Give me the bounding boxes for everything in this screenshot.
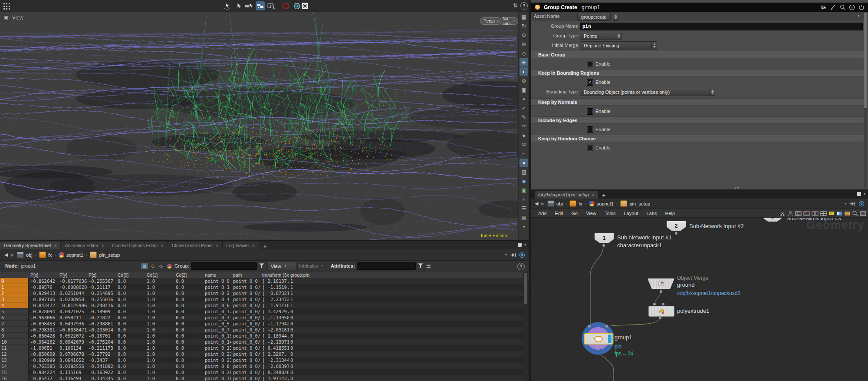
row-number[interactable]: 3 bbox=[0, 296, 29, 302]
close-tab-icon[interactable]: × bbox=[592, 192, 595, 197]
wireframe-icon[interactable]: + bbox=[519, 195, 528, 203]
breadcrumb-fx[interactable]: fx bbox=[39, 252, 52, 258]
handles-icon[interactable]: ◇ bbox=[519, 49, 528, 57]
close-tab-icon[interactable]: × bbox=[216, 243, 218, 248]
follow-target-icon[interactable] bbox=[858, 201, 865, 207]
scrollbar-thumb[interactable] bbox=[864, 13, 867, 108]
apps-grid-icon[interactable] bbox=[3, 3, 5, 4]
menu-item[interactable]: View bbox=[586, 211, 596, 216]
asset-name-dropdown[interactable]: groupcreate bbox=[577, 13, 611, 21]
group-people-icon[interactable] bbox=[787, 211, 793, 216]
points-mode-icon[interactable]: ▦ bbox=[141, 263, 148, 269]
normals-enable-checkbox[interactable] bbox=[587, 108, 593, 115]
column-header[interactable]: P[y] bbox=[58, 272, 87, 278]
breadcrumb-sopnet1[interactable]: sopnet1 bbox=[59, 252, 83, 258]
record-flipbook-icon[interactable] bbox=[281, 1, 290, 10]
point-numbers-icon[interactable]: 12 bbox=[519, 122, 528, 130]
bounding-enable-checkbox[interactable]: ✓ bbox=[587, 79, 593, 86]
menu-item[interactable]: Labs bbox=[647, 211, 657, 216]
pane-menu-icon[interactable]: ▾ bbox=[864, 192, 865, 196]
error-grid-icon[interactable] bbox=[803, 211, 810, 216]
pane-maximize-icon[interactable] bbox=[518, 243, 522, 247]
close-tab-icon[interactable]: × bbox=[54, 243, 57, 248]
group-name-input[interactable]: pin bbox=[580, 23, 863, 30]
table-row[interactable]: 11 -1.00651 0.106134 -0.211173 0.0 1.0 0… bbox=[0, 345, 529, 351]
node-output-dot[interactable] bbox=[660, 290, 662, 293]
persp-view-button[interactable]: Persp▾ bbox=[480, 17, 502, 25]
row-number[interactable]: 0 bbox=[0, 278, 29, 284]
ramp-profile-icon[interactable]: ~ bbox=[519, 149, 528, 158]
network-graph[interactable]: Geometry 3 Sub-Network Input #3 2 Sub-Ne… bbox=[531, 218, 868, 381]
edges-enable-checkbox[interactable] bbox=[587, 126, 593, 133]
table-row[interactable]: 2 -0.929413 0.0251044 -0.214695 0.0 1.0 … bbox=[0, 290, 529, 296]
shaded-mode-icon[interactable]: ● bbox=[519, 159, 528, 167]
palette-icon[interactable] bbox=[836, 211, 842, 216]
info-icon[interactable] bbox=[847, 4, 857, 11]
scrollbar-thumb[interactable] bbox=[524, 273, 527, 304]
attributes-input[interactable] bbox=[357, 262, 416, 270]
row-number[interactable]: 10 bbox=[0, 339, 29, 345]
section-keep-by-random[interactable]: Keep by Random Chance bbox=[531, 135, 864, 142]
row-number[interactable]: 15 bbox=[0, 369, 29, 375]
column-header[interactable]: P[z] bbox=[87, 272, 116, 278]
node-group1[interactable] bbox=[584, 333, 613, 345]
material-icon[interactable]: ◆ bbox=[519, 177, 528, 185]
close-tab-icon[interactable]: × bbox=[161, 243, 164, 248]
display-options-icon[interactable]: ☰ bbox=[519, 204, 528, 212]
row-number[interactable]: 8 bbox=[0, 327, 29, 333]
detail-mode-icon[interactable] bbox=[166, 263, 173, 269]
vertices-mode-icon[interactable]: ⊙ bbox=[149, 263, 156, 269]
list-view-icon[interactable] bbox=[795, 211, 802, 216]
node-name-field[interactable]: group1 bbox=[582, 4, 819, 10]
view-dropdown[interactable]: View▾ bbox=[267, 262, 297, 270]
table-row[interactable]: 1 -0.89576 -0.00800208 -0.21117 0.0 1.0 … bbox=[0, 284, 529, 290]
prim-numbers-icon[interactable]: 12 bbox=[519, 140, 528, 149]
row-number[interactable]: 7 bbox=[0, 321, 29, 327]
tab-clone-control-panel[interactable]: Clone Control Panel × bbox=[168, 242, 223, 249]
lightbulb-icon[interactable]: ☀ bbox=[519, 58, 528, 66]
path-dropdown-icon[interactable]: ▾ bbox=[845, 202, 846, 205]
tab-geometry-spreadsheet[interactable]: Geometry Spreadsheet × bbox=[0, 242, 61, 249]
network-search-icon[interactable] bbox=[852, 210, 858, 216]
menu-item[interactable]: Tools bbox=[605, 211, 616, 216]
breadcrumb-pin-setup[interactable]: pin_setup bbox=[90, 252, 120, 258]
table-row[interactable]: 4 -0.843472 -0.0125996 -0.248416 0.0 1.0… bbox=[0, 302, 529, 308]
view-snapshot-icon[interactable] bbox=[256, 1, 265, 10]
node-input-dot[interactable] bbox=[662, 303, 664, 305]
breadcrumb-obj[interactable]: obj bbox=[17, 252, 33, 258]
node-badge-icon[interactable] bbox=[535, 4, 540, 10]
network-overview-icon[interactable] bbox=[860, 211, 866, 216]
help-icon[interactable]: ? bbox=[520, 2, 528, 10]
row-number[interactable]: 13 bbox=[0, 357, 29, 363]
row-number[interactable]: 5 bbox=[0, 308, 29, 315]
column-header[interactable]: name bbox=[203, 272, 231, 278]
image-plane-icon[interactable]: ▦ bbox=[519, 213, 528, 222]
table-row[interactable]: 6 -0.963066 0.058211 -0.21822 0.0 1.0 0.… bbox=[0, 315, 529, 321]
search-icon[interactable] bbox=[838, 4, 847, 11]
edit-pencil-icon[interactable]: ✎ bbox=[519, 113, 528, 121]
column-header[interactable]: Cd[1] bbox=[145, 272, 174, 278]
panes-icon[interactable] bbox=[812, 211, 819, 216]
intrinsics-dropdown[interactable]: Intrinsics▾ bbox=[296, 262, 326, 269]
column-header[interactable]: group:pin, bbox=[289, 272, 321, 278]
add-tab-button[interactable]: + bbox=[602, 192, 606, 199]
grid-display-icon[interactable] bbox=[820, 211, 827, 216]
node-output-dot[interactable] bbox=[659, 317, 661, 319]
help-icon[interactable]: ? bbox=[517, 263, 525, 270]
random-enable-checkbox[interactable] bbox=[587, 145, 593, 151]
list-options-icon[interactable]: ☰ bbox=[426, 263, 431, 269]
node-output-dot[interactable] bbox=[602, 244, 605, 247]
row-number[interactable]: 1 bbox=[0, 284, 29, 290]
row-number[interactable]: 6 bbox=[0, 315, 29, 321]
breadcrumb-obj[interactable]: obj bbox=[547, 200, 563, 207]
row-number[interactable]: 2 bbox=[0, 290, 29, 296]
node-input-dot[interactable] bbox=[605, 325, 608, 328]
menu-item[interactable]: Layout bbox=[624, 211, 638, 216]
tab-animation-editor[interactable]: Animation Editor × bbox=[61, 242, 108, 249]
camera-cursor-icon[interactable] bbox=[244, 1, 253, 10]
table-row[interactable]: 16 -0.85472 0.136494 -0.134345 0.0 1.0 0… bbox=[0, 375, 529, 381]
shelf-drawer-icon[interactable] bbox=[844, 211, 850, 216]
table-row[interactable]: 8 -0.798301 -0.00384715 -0.293014 0.0 1.… bbox=[0, 327, 529, 333]
brush-icon[interactable] bbox=[828, 4, 838, 11]
section-bounding-regions[interactable]: Keep in Bounding Regions bbox=[531, 69, 864, 76]
